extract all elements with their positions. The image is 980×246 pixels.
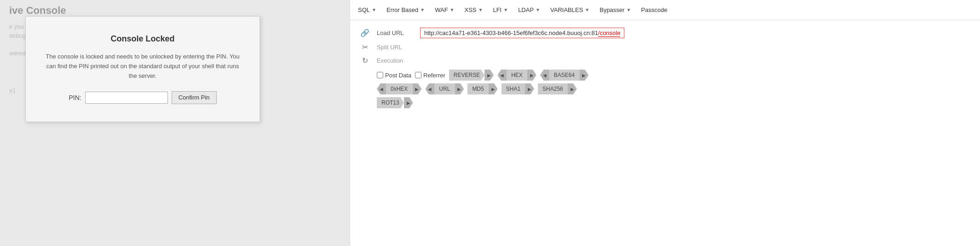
scissors-icon: ✂ [359,43,370,52]
ldap-label: LDAP [518,6,534,13]
encode-row-2: ◀ 0xHEX ▶ ◀ URL ▶ MD5 ▶ SHA1 [377,83,971,94]
xss-button[interactable]: XSS ▼ [460,3,488,17]
lfi-button[interactable]: LFI ▼ [488,3,513,17]
hex-chevron-left[interactable]: ◀ [497,70,507,81]
sql-label: SQL [358,6,370,13]
waf-dropdown-arrow: ▼ [450,7,455,12]
url-encode-btn[interactable]: URL [434,83,455,94]
variables-button[interactable]: VARIABLES ▼ [545,3,594,17]
reverse-encode-btn[interactable]: REVERSE [449,70,484,81]
sha1-chevron-right[interactable]: ▶ [525,83,534,94]
toolbar: SQL ▼ Error Based ▼ WAF ▼ XSS ▼ LFI ▼ LD… [350,0,980,20]
ldap-button[interactable]: LDAP ▼ [513,3,545,17]
sql-dropdown-arrow: ▼ [372,7,376,12]
variables-label: VARIABLES [550,6,583,13]
ldap-dropdown-arrow: ▼ [536,7,540,12]
hex-encode-btn[interactable]: HEX [507,70,527,81]
post-data-checkbox-wrapper[interactable]: Post Data [377,72,411,79]
load-url-label: Load URL [377,29,414,36]
execution-label: Execution [377,57,403,64]
pin-row: PIN: Confirm Pin [69,91,216,104]
referrer-label: Referrer [423,72,445,79]
md5-btn-group: MD5 ▶ [467,83,497,94]
reverse-chevron-right[interactable]: ▶ [484,70,494,81]
reverse-btn-group: REVERSE ▶ [449,70,494,81]
url-base: http://cac14a71-e361-4303-b466-15ef6fef3… [424,29,598,36]
variables-dropdown-arrow: ▼ [585,7,589,12]
modal-title: Console Locked [110,34,174,44]
bypasser-button[interactable]: Bypasser ▼ [594,3,636,17]
pin-label: PIN: [69,94,81,101]
rot13-btn-group: ROT13 ▶ [377,97,413,108]
md5-chevron-right[interactable]: ▶ [489,83,498,94]
sha1-encode-btn[interactable]: SHA1 [502,83,525,94]
split-url-row: ✂ Split URL [359,43,971,52]
xss-dropdown-arrow: ▼ [478,7,483,12]
url-chevron-right[interactable]: ▶ [455,83,464,94]
post-data-label: Post Data [385,72,411,79]
pin-input[interactable] [85,92,168,104]
sql-button[interactable]: SQL ▼ [353,3,381,17]
hex-chevron-right[interactable]: ▶ [527,70,536,81]
bypasser-label: Bypasser [600,6,624,13]
base64-encode-btn[interactable]: BASE64 [549,70,579,81]
lfi-label: LFI [493,6,502,13]
base64-chevron-right[interactable]: ▶ [579,70,588,81]
console-locked-modal: Console Locked The console is locked and… [25,16,260,122]
bypasser-dropdown-arrow: ▼ [626,7,631,12]
0xhex-chevron-left[interactable]: ◀ [377,83,386,94]
sha256-encode-btn[interactable]: SHA256 [538,83,568,94]
left-panel: ive Console e you cadebugg y.] wered tra… [0,0,350,246]
link-icon: 🔗 [359,29,370,37]
encode-row-1: Post Data Referrer REVERSE ▶ ◀ HEX ▶ [377,70,971,81]
passcode-button[interactable]: Passcode [636,3,672,17]
error-based-button[interactable]: Error Based ▼ [381,3,430,17]
refresh-icon: ↻ [359,56,370,65]
sha256-chevron-right[interactable]: ▶ [568,83,577,94]
load-url-value[interactable]: http://cac14a71-e361-4303-b466-15ef6fef3… [420,28,624,38]
execution-row: ↻ Execution [359,56,971,65]
confirm-pin-button[interactable]: Confirm Pin [172,91,217,104]
referrer-checkbox[interactable] [415,72,421,78]
url-highlight: /console [598,29,620,37]
lfi-dropdown-arrow: ▼ [503,7,508,12]
hex-btn-group: ◀ HEX ▶ [497,70,536,81]
0xhex-encode-btn[interactable]: 0xHEX [386,83,412,94]
passcode-label: Passcode [641,6,667,13]
waf-label: WAF [435,6,448,13]
url-btn-group: ◀ URL ▶ [425,83,464,94]
split-url-label: Split URL [377,44,402,51]
bg-text3: y.] [0,83,24,97]
rot13-chevron-right[interactable]: ▶ [404,97,413,108]
post-data-checkbox[interactable] [377,72,383,78]
0xhex-chevron-right[interactable]: ▶ [412,83,421,94]
base64-btn-group: ◀ BASE64 ▶ [540,70,588,81]
error-based-dropdown-arrow: ▼ [420,7,425,12]
referrer-checkbox-wrapper[interactable]: Referrer [415,72,445,79]
xss-label: XSS [465,6,477,13]
load-url-row: 🔗 Load URL http://cac14a71-e361-4303-b46… [359,28,971,38]
modal-body: The console is locked and needs to be un… [44,52,241,81]
0xhex-btn-group: ◀ 0xHEX ▶ [377,83,421,94]
md5-encode-btn[interactable]: MD5 [467,83,488,94]
encode-row-3: ROT13 ▶ [377,97,971,108]
sha1-btn-group: SHA1 ▶ [502,83,534,94]
url-chevron-left[interactable]: ◀ [425,83,434,94]
sha256-btn-group: SHA256 ▶ [538,83,577,94]
encode-area: Post Data Referrer REVERSE ▶ ◀ HEX ▶ [377,70,971,108]
base64-chevron-left[interactable]: ◀ [540,70,549,81]
content-area: 🔗 Load URL http://cac14a71-e361-4303-b46… [350,20,980,246]
error-based-label: Error Based [386,6,418,13]
rot13-encode-btn[interactable]: ROT13 [377,97,404,108]
right-panel: SQL ▼ Error Based ▼ WAF ▼ XSS ▼ LFI ▼ LD… [350,0,980,246]
waf-button[interactable]: WAF ▼ [430,3,459,17]
